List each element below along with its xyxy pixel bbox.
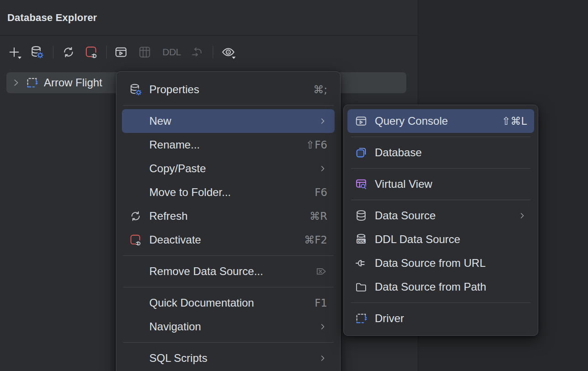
tree-item-label: Arrow Flight xyxy=(44,76,102,89)
menu-item-quick-documentation[interactable]: Quick Documentation F1 xyxy=(122,291,335,315)
menu-shortcut: ⌘F2 xyxy=(295,234,327,246)
menu-item-label: Remove Data Source... xyxy=(149,265,263,278)
folder-icon xyxy=(355,281,368,293)
menu-separator xyxy=(123,105,334,106)
menu-item-label: Driver xyxy=(375,312,404,325)
menu-separator xyxy=(351,168,530,169)
menu-item-move-to-folder[interactable]: Move to Folder... F6 xyxy=(122,180,335,204)
menu-shortcut: ⇧⌘L xyxy=(493,115,527,127)
menu-separator xyxy=(351,137,530,137)
submenu-item-database[interactable]: Database xyxy=(347,141,534,164)
data-source-icon xyxy=(355,209,368,222)
view-options-button[interactable] xyxy=(220,43,237,61)
menu-item-deactivate[interactable]: Deactivate ⌘F2 xyxy=(122,228,335,252)
plug-icon xyxy=(355,257,368,270)
menu-item-label: Data Source from URL xyxy=(375,257,486,270)
jump-to-query-console-button[interactable] xyxy=(112,43,130,61)
submenu-item-query-console[interactable]: Query Console ⇧⌘L xyxy=(347,109,534,133)
database-gear-icon xyxy=(30,45,44,59)
submenu-item-ddl-data-source[interactable]: DDL DDL Data Source xyxy=(347,228,534,251)
menu-item-copy-paste[interactable]: Copy/Paste xyxy=(122,157,335,180)
menu-item-label: Data Source xyxy=(375,209,436,222)
menu-item-label: Database xyxy=(375,146,422,159)
menu-item-label: Move to Folder... xyxy=(149,186,231,199)
delete-icon xyxy=(315,265,327,277)
redirect-arrow-icon xyxy=(190,45,204,59)
toolbar-separator xyxy=(53,46,53,58)
submenu-chevron-icon xyxy=(518,211,527,220)
menu-item-refresh[interactable]: Refresh ⌘R xyxy=(122,204,335,228)
menu-item-label: Rename... xyxy=(149,138,200,151)
menu-item-remove-data-source[interactable]: Remove Data Source... xyxy=(122,260,335,283)
menu-item-label: SQL Scripts xyxy=(149,352,207,365)
menu-separator xyxy=(123,342,334,343)
submenu-item-driver[interactable]: Driver xyxy=(347,307,534,330)
submenu-item-virtual-view[interactable]: Virtual View xyxy=(347,172,534,196)
toolbar-separator xyxy=(106,46,107,58)
navigate-button[interactable] xyxy=(188,43,205,61)
menu-item-label: Deactivate xyxy=(149,233,201,246)
submenu-chevron-icon xyxy=(318,322,327,331)
menu-separator xyxy=(351,200,530,200)
open-table-button[interactable] xyxy=(136,43,153,61)
svg-text:DDL: DDL xyxy=(357,239,365,244)
menu-separator xyxy=(123,287,334,287)
submenu-item-data-source-from-url[interactable]: Data Source from URL xyxy=(347,251,534,275)
menu-item-sql-scripts[interactable]: SQL Scripts xyxy=(122,346,335,370)
menu-item-label: Quick Documentation xyxy=(149,297,254,309)
driver-icon xyxy=(26,76,38,89)
console-play-icon xyxy=(114,45,128,59)
ddl-label: DDL xyxy=(163,47,181,58)
table-icon xyxy=(138,45,152,59)
deactivate-plug-icon xyxy=(129,233,142,246)
menu-shortcut: F1 xyxy=(305,297,327,309)
page-title: Database Explorer xyxy=(7,12,97,24)
submenu-item-data-source[interactable]: Data Source xyxy=(347,204,534,228)
menu-item-properties[interactable]: Properties ⌘; xyxy=(122,78,335,101)
menu-shortcut: ⌘R xyxy=(300,210,327,222)
submenu-chevron-icon xyxy=(318,117,327,126)
chevron-right-icon[interactable] xyxy=(11,78,21,88)
console-play-icon xyxy=(355,115,368,127)
deactivate-plug-icon xyxy=(84,45,98,59)
ddl-button[interactable]: DDL xyxy=(160,43,184,61)
menu-item-label: Data Source from Path xyxy=(375,281,486,293)
menu-shortcut: ⌘; xyxy=(304,84,327,95)
menu-item-new[interactable]: New xyxy=(122,109,335,133)
menu-separator xyxy=(351,302,530,303)
driver-icon xyxy=(355,312,368,325)
menu-item-label: New xyxy=(149,115,171,127)
menu-item-navigation[interactable]: Navigation xyxy=(122,315,335,339)
submenu-chevron-icon xyxy=(318,354,327,363)
data-source-properties-button[interactable] xyxy=(28,43,46,61)
deactivate-button[interactable] xyxy=(83,43,100,61)
dropdown-caret-icon xyxy=(232,57,236,59)
menu-item-label: Virtual View xyxy=(375,178,432,191)
submenu-item-data-source-from-path[interactable]: Data Source from Path xyxy=(347,275,534,299)
virtual-view-icon xyxy=(355,178,368,191)
toolbar: DDL xyxy=(0,36,418,68)
database-squares-icon xyxy=(355,146,368,159)
menu-item-label: Query Console xyxy=(375,115,448,127)
menu-shortcut: F6 xyxy=(305,186,327,198)
menu-item-label: Refresh xyxy=(149,210,188,223)
panel-header: Database Explorer xyxy=(0,0,418,36)
new-submenu: Query Console ⇧⌘L Database xyxy=(343,105,538,336)
ddl-data-source-icon: DDL xyxy=(355,233,368,246)
menu-separator xyxy=(123,255,334,256)
toolbar-separator xyxy=(213,46,213,58)
menu-item-label: Copy/Paste xyxy=(149,162,206,175)
refresh-button[interactable] xyxy=(60,43,77,61)
menu-item-label: DDL Data Source xyxy=(375,233,460,246)
database-gear-icon xyxy=(129,83,142,96)
context-menu: Properties ⌘; New Rename... ⇧F6 Copy/Pas… xyxy=(116,71,341,371)
menu-item-label: Navigation xyxy=(149,320,201,333)
menu-item-label: Properties xyxy=(149,83,199,96)
add-button[interactable] xyxy=(5,43,23,61)
refresh-icon xyxy=(62,45,75,59)
dropdown-caret-icon xyxy=(18,57,21,59)
refresh-icon xyxy=(129,210,142,223)
menu-item-rename[interactable]: Rename... ⇧F6 xyxy=(122,133,335,157)
menu-shortcut: ⇧F6 xyxy=(297,139,327,151)
submenu-chevron-icon xyxy=(318,164,327,173)
